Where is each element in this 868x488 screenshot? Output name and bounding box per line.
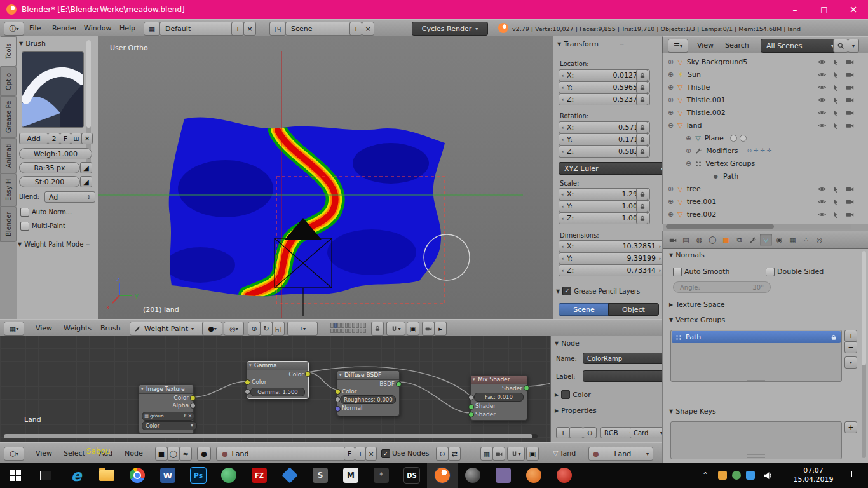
eye-icon[interactable] — [818, 108, 826, 117]
taskbar-purple-app-icon[interactable] — [488, 463, 519, 488]
rotation-y-lock-icon[interactable] — [636, 133, 648, 146]
ramp-delete-button[interactable]: − — [569, 427, 583, 438]
strength-slider[interactable]: St:0.200 — [19, 176, 80, 187]
render-camera-icon[interactable] — [846, 57, 854, 66]
gamma-value-field[interactable]: Gamma: 1.500 — [250, 388, 305, 396]
taskbar-gray-app-icon[interactable]: S — [305, 463, 336, 488]
eye-icon[interactable] — [818, 57, 826, 66]
menu-window[interactable]: Window — [84, 24, 111, 32]
render-camera-icon[interactable] — [846, 108, 854, 117]
rotation-x-lock-icon[interactable] — [636, 121, 648, 133]
menu-view[interactable]: View — [36, 324, 52, 332]
tab-render[interactable] — [667, 234, 679, 246]
vgroup-lock-icon[interactable] — [831, 333, 837, 341]
taskbar-m-app-icon[interactable]: M — [336, 463, 366, 488]
output-socket-color[interactable] — [190, 395, 196, 401]
render-engine-dropdown[interactable]: Cycles Render▾ — [412, 22, 488, 36]
scrollbar-thumb[interactable] — [86, 40, 91, 128]
editor-type-node-button[interactable]: ⬡▾ — [4, 447, 24, 461]
weight-paint-mode-panel-header[interactable]: ▼Weight Paint Mode┉ — [18, 241, 90, 248]
outliner-row[interactable]: ⊕▽Thistle.002 — [663, 106, 868, 119]
menu-view[interactable]: View — [36, 449, 52, 458]
render-result-icon[interactable] — [492, 447, 505, 461]
manipulator-scale-icon[interactable]: ◱ — [272, 322, 285, 336]
expand-icon[interactable]: ⊕ — [668, 58, 674, 66]
material-add-button[interactable]: + — [355, 447, 366, 461]
input-socket-color[interactable] — [335, 389, 341, 395]
eye-icon[interactable] — [818, 83, 826, 92]
search-options-icon[interactable]: ▾ — [848, 39, 859, 53]
parent-node-icon[interactable]: ⇄ — [448, 447, 461, 461]
brush-users-count[interactable]: 2 — [48, 133, 60, 144]
location-x-lock-icon[interactable] — [636, 69, 648, 81]
fake-user-icon[interactable]: F — [184, 412, 186, 420]
eye-icon[interactable] — [818, 197, 826, 206]
brush-preview[interactable] — [22, 51, 84, 128]
select-arrow-icon[interactable] — [832, 121, 839, 130]
ramp-interpolation-dropdown[interactable]: Card▾ — [630, 427, 667, 438]
input-socket-color[interactable] — [245, 379, 250, 385]
outliner-row[interactable]: ⊖Vertex Groups — [663, 157, 868, 170]
rotation-mode-dropdown[interactable]: XYZ Euler▾ — [559, 162, 669, 175]
outliner-hscrollbar[interactable] — [666, 224, 851, 229]
tab-physics[interactable]: ◎ — [813, 234, 825, 246]
menu-help[interactable]: Help — [119, 24, 135, 32]
render-camera-icon[interactable] — [846, 121, 854, 130]
viewport-shading-button[interactable]: ●▾ — [202, 322, 222, 336]
brush-add-button[interactable]: Add — [19, 133, 48, 144]
input-socket-fac[interactable] — [468, 395, 474, 400]
select-arrow-icon[interactable] — [832, 96, 839, 104]
select-arrow-icon[interactable] — [832, 198, 839, 206]
node-header[interactable]: Diffuse BSDF — [337, 371, 399, 380]
properties-panel-header[interactable]: ▶Properties — [555, 407, 597, 415]
maximize-button[interactable]: □ — [810, 0, 839, 19]
vgroup-remove-button[interactable]: − — [844, 341, 857, 353]
render-opengl-anim-icon[interactable]: ▸ — [434, 322, 447, 336]
scale-z-lock-icon[interactable] — [636, 212, 648, 224]
expand-icon[interactable]: ⊕ — [668, 185, 674, 193]
tab-object-data[interactable]: ▽ — [760, 234, 772, 246]
manipulator-translate-icon[interactable]: ⊕ — [248, 322, 261, 336]
select-arrow-icon[interactable] — [832, 109, 839, 117]
eye-icon[interactable] — [818, 70, 826, 79]
select-arrow-icon[interactable] — [832, 185, 839, 193]
expand-icon[interactable]: ⊕ — [686, 147, 691, 155]
vertex-groups-panel-header[interactable]: ▼Vertex Groups — [669, 316, 725, 324]
render-camera-icon[interactable] — [846, 83, 854, 92]
node-editor[interactable]: Image Texture Color Alpha ▦grounF✕ Color… — [0, 336, 550, 442]
select-arrow-icon[interactable] — [832, 71, 839, 79]
material-sphere-icon[interactable]: ● — [197, 447, 211, 461]
material-name-field[interactable]: ●Land — [216, 447, 355, 461]
unlink-icon[interactable]: ✕ — [188, 412, 192, 420]
brush-new-icon[interactable]: ⊞ — [71, 133, 82, 144]
use-nodes-checkbox[interactable]: ✓ — [381, 449, 390, 458]
color-space-dropdown[interactable]: Color▾ — [142, 421, 197, 430]
ramp-add-button[interactable]: + — [556, 427, 570, 438]
location-y-lock-icon[interactable] — [636, 81, 648, 93]
display-mode-dropdown[interactable]: All Scenes▾ — [761, 39, 839, 53]
node-image-texture[interactable]: Image Texture Color Alpha ▦grounF✕ Color… — [139, 384, 194, 434]
image-datablock-field[interactable]: ▦grounF✕ — [142, 412, 194, 421]
collapse-icon[interactable]: ⊖ — [686, 159, 691, 168]
pin-icon[interactable]: ⊙ — [436, 447, 449, 461]
shape-key-add-button[interactable]: + — [844, 421, 857, 433]
vgroup-add-button[interactable]: + — [844, 330, 857, 342]
mode-dropdown[interactable]: Weight Paint▾ — [130, 322, 207, 336]
scene-browse-button[interactable]: ◳ — [269, 22, 286, 36]
outliner-row[interactable]: ●Path — [663, 170, 868, 182]
expand-icon[interactable]: ⊕ — [668, 210, 674, 219]
node-gamma[interactable]: Gamma Color Color Gamma: 1.500 — [247, 361, 309, 399]
taskbar-word-icon[interactable]: W — [153, 463, 183, 488]
input-socket-shader2[interactable] — [468, 412, 474, 417]
roughness-field[interactable]: Roughness: 0.000 — [341, 395, 396, 404]
expand-icon[interactable]: ⊕ — [668, 96, 674, 104]
tray-chevron-icon[interactable]: ⌃ — [696, 463, 714, 488]
scene-add-button[interactable]: + — [349, 22, 362, 36]
tab-grease-pencil[interactable]: Grease Pe — [0, 96, 17, 138]
menu-view[interactable]: View — [697, 41, 714, 50]
global-axis-dropdown[interactable]: ⟂▾ — [287, 322, 318, 336]
tab-constraints[interactable]: ⧉ — [733, 234, 745, 246]
node-label-field[interactable] — [583, 370, 665, 382]
brush-panel-header[interactable]: ▼Brush — [19, 39, 46, 48]
task-view-button[interactable] — [31, 463, 61, 488]
